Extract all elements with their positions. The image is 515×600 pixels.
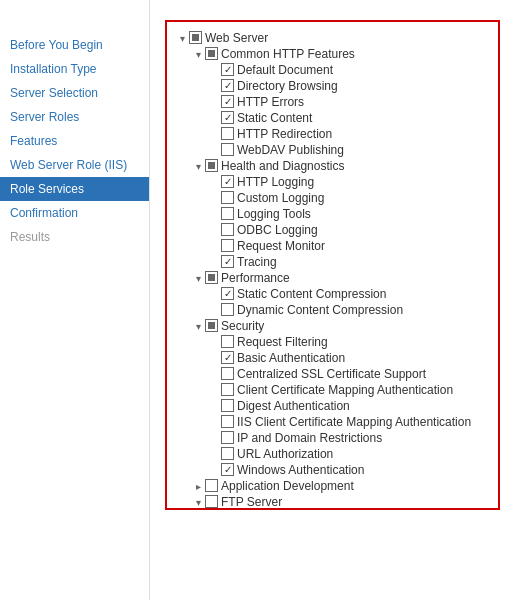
- checkbox-security[interactable]: [205, 319, 218, 332]
- expand-icon-web-server[interactable]: ▾: [175, 31, 189, 45]
- label-custom-logging[interactable]: Custom Logging: [234, 191, 324, 205]
- checkbox-iis-client-cert[interactable]: [221, 415, 234, 428]
- tree-item-request-monitor: Request Monitor: [175, 238, 490, 254]
- expand-icon-security[interactable]: ▾: [191, 319, 205, 333]
- label-url-auth[interactable]: URL Authorization: [234, 447, 333, 461]
- label-cert-mapping-auth[interactable]: Client Certificate Mapping Authenticatio…: [234, 383, 453, 397]
- label-health-diag[interactable]: Health and Diagnostics: [218, 159, 344, 173]
- label-http-logging[interactable]: HTTP Logging: [234, 175, 314, 189]
- label-windows-auth[interactable]: Windows Authentication: [234, 463, 364, 477]
- checkbox-health-diag[interactable]: [205, 159, 218, 172]
- label-dynamic-compression[interactable]: Dynamic Content Compression: [234, 303, 403, 317]
- checkbox-ssl-cert-support[interactable]: [221, 367, 234, 380]
- label-ssl-cert-support[interactable]: Centralized SSL Certificate Support: [234, 367, 426, 381]
- checkbox-logging-tools[interactable]: [221, 207, 234, 220]
- checkbox-tracing[interactable]: [221, 255, 234, 268]
- checkbox-request-filtering[interactable]: [221, 335, 234, 348]
- expand-icon-common-http[interactable]: ▾: [191, 47, 205, 61]
- label-default-doc[interactable]: Default Document: [234, 63, 333, 77]
- tree-item-security: ▾Security: [175, 318, 490, 334]
- checkbox-dir-browsing[interactable]: [221, 79, 234, 92]
- checkbox-http-errors[interactable]: [221, 95, 234, 108]
- label-performance[interactable]: Performance: [218, 271, 290, 285]
- tree-item-basic-auth: Basic Authentication: [175, 350, 490, 366]
- main-content: ▾Web Server▾Common HTTP FeaturesDefault …: [150, 0, 515, 600]
- sidebar-item-role-services[interactable]: Role Services: [0, 177, 149, 201]
- sidebar: Before You BeginInstallation TypeServer …: [0, 0, 150, 600]
- tree-item-custom-logging: Custom Logging: [175, 190, 490, 206]
- label-webdav[interactable]: WebDAV Publishing: [234, 143, 344, 157]
- label-web-server[interactable]: Web Server: [202, 31, 268, 45]
- label-tracing[interactable]: Tracing: [234, 255, 277, 269]
- checkbox-dynamic-compression[interactable]: [221, 303, 234, 316]
- label-logging-tools[interactable]: Logging Tools: [234, 207, 311, 221]
- label-ftp-server[interactable]: FTP Server: [218, 495, 282, 509]
- checkbox-performance[interactable]: [205, 271, 218, 284]
- sidebar-item-results: Results: [0, 225, 149, 249]
- checkbox-common-http[interactable]: [205, 47, 218, 60]
- tree-item-digest-auth: Digest Authentication: [175, 398, 490, 414]
- tree-item-default-doc: Default Document: [175, 62, 490, 78]
- sidebar-item-web-server-role[interactable]: Web Server Role (IIS): [0, 153, 149, 177]
- checkbox-ftp-server[interactable]: [205, 495, 218, 508]
- label-odbc-logging[interactable]: ODBC Logging: [234, 223, 318, 237]
- sidebar-item-confirmation[interactable]: Confirmation: [0, 201, 149, 225]
- checkbox-http-redirect[interactable]: [221, 127, 234, 140]
- checkbox-web-server[interactable]: [189, 31, 202, 44]
- label-http-redirect[interactable]: HTTP Redirection: [234, 127, 332, 141]
- expand-icon-app-dev[interactable]: ▸: [191, 479, 205, 493]
- sidebar-item-server-selection[interactable]: Server Selection: [0, 81, 149, 105]
- checkbox-webdav[interactable]: [221, 143, 234, 156]
- tree-item-tracing: Tracing: [175, 254, 490, 270]
- label-common-http[interactable]: Common HTTP Features: [218, 47, 355, 61]
- expand-icon-performance[interactable]: ▾: [191, 271, 205, 285]
- tree-item-request-filtering: Request Filtering: [175, 334, 490, 350]
- checkbox-ip-domain-restrict[interactable]: [221, 431, 234, 444]
- tree-item-common-http: ▾Common HTTP Features: [175, 46, 490, 62]
- sidebar-item-features[interactable]: Features: [0, 129, 149, 153]
- checkbox-odbc-logging[interactable]: [221, 223, 234, 236]
- label-http-errors[interactable]: HTTP Errors: [234, 95, 304, 109]
- checkbox-default-doc[interactable]: [221, 63, 234, 76]
- tree-item-health-diag: ▾Health and Diagnostics: [175, 158, 490, 174]
- tree-item-http-errors: HTTP Errors: [175, 94, 490, 110]
- expand-icon-ftp-server[interactable]: ▾: [191, 495, 205, 509]
- label-ip-domain-restrict[interactable]: IP and Domain Restrictions: [234, 431, 382, 445]
- tree-item-logging-tools: Logging Tools: [175, 206, 490, 222]
- tree-item-dynamic-compression: Dynamic Content Compression: [175, 302, 490, 318]
- label-basic-auth[interactable]: Basic Authentication: [234, 351, 345, 365]
- tree-item-app-dev: ▸Application Development: [175, 478, 490, 494]
- checkbox-static-content[interactable]: [221, 111, 234, 124]
- label-digest-auth[interactable]: Digest Authentication: [234, 399, 350, 413]
- tree-item-iis-client-cert: IIS Client Certificate Mapping Authentic…: [175, 414, 490, 430]
- label-app-dev[interactable]: Application Development: [218, 479, 354, 493]
- label-security[interactable]: Security: [218, 319, 264, 333]
- tree-item-web-server: ▾Web Server: [175, 30, 490, 46]
- label-iis-client-cert[interactable]: IIS Client Certificate Mapping Authentic…: [234, 415, 471, 429]
- checkbox-static-compression[interactable]: [221, 287, 234, 300]
- checkbox-basic-auth[interactable]: [221, 351, 234, 364]
- tree-item-dir-browsing: Directory Browsing: [175, 78, 490, 94]
- page-title: [0, 10, 149, 33]
- checkbox-http-logging[interactable]: [221, 175, 234, 188]
- sidebar-item-server-roles[interactable]: Server Roles: [0, 105, 149, 129]
- tree-item-webdav: WebDAV Publishing: [175, 142, 490, 158]
- label-dir-browsing[interactable]: Directory Browsing: [234, 79, 338, 93]
- checkbox-cert-mapping-auth[interactable]: [221, 383, 234, 396]
- label-static-compression[interactable]: Static Content Compression: [234, 287, 386, 301]
- checkbox-custom-logging[interactable]: [221, 191, 234, 204]
- checkbox-request-monitor[interactable]: [221, 239, 234, 252]
- sidebar-item-installation-type[interactable]: Installation Type: [0, 57, 149, 81]
- checkbox-app-dev[interactable]: [205, 479, 218, 492]
- label-request-monitor[interactable]: Request Monitor: [234, 239, 325, 253]
- sidebar-item-before-you-begin[interactable]: Before You Begin: [0, 33, 149, 57]
- tree-item-odbc-logging: ODBC Logging: [175, 222, 490, 238]
- checkbox-windows-auth[interactable]: [221, 463, 234, 476]
- tree-item-performance: ▾Performance: [175, 270, 490, 286]
- checkbox-url-auth[interactable]: [221, 447, 234, 460]
- label-static-content[interactable]: Static Content: [234, 111, 312, 125]
- checkbox-digest-auth[interactable]: [221, 399, 234, 412]
- tree-item-static-compression: Static Content Compression: [175, 286, 490, 302]
- expand-icon-health-diag[interactable]: ▾: [191, 159, 205, 173]
- label-request-filtering[interactable]: Request Filtering: [234, 335, 328, 349]
